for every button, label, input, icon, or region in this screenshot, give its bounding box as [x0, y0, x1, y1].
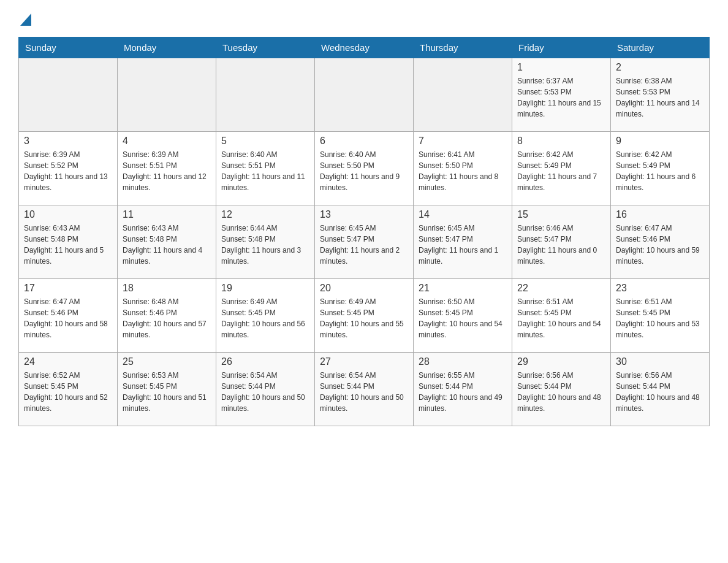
day-number: 28 — [419, 356, 507, 367]
day-info: Sunrise: 6:54 AMSunset: 5:44 PMDaylight:… — [221, 370, 309, 414]
calendar-cell: 5Sunrise: 6:40 AMSunset: 5:51 PMDaylight… — [216, 132, 315, 205]
day-info: Sunrise: 6:45 AMSunset: 5:47 PMDaylight:… — [320, 223, 408, 267]
day-info: Sunrise: 6:45 AMSunset: 5:47 PMDaylight:… — [419, 223, 507, 267]
day-number: 30 — [616, 356, 704, 367]
day-number: 7 — [419, 136, 507, 147]
calendar-cell: 4Sunrise: 6:39 AMSunset: 5:51 PMDaylight… — [118, 132, 216, 205]
calendar-cell: 30Sunrise: 6:56 AMSunset: 5:44 PMDayligh… — [611, 353, 710, 426]
day-info: Sunrise: 6:44 AMSunset: 5:48 PMDaylight:… — [221, 223, 309, 267]
day-info: Sunrise: 6:52 AMSunset: 5:45 PMDaylight:… — [24, 370, 112, 414]
header-saturday: Saturday — [611, 37, 710, 58]
calendar-cell: 11Sunrise: 6:43 AMSunset: 5:48 PMDayligh… — [118, 205, 216, 279]
day-number: 22 — [517, 283, 605, 294]
day-info: Sunrise: 6:43 AMSunset: 5:48 PMDaylight:… — [24, 223, 112, 267]
day-info: Sunrise: 6:42 AMSunset: 5:49 PMDaylight:… — [517, 149, 605, 193]
calendar-cell: 15Sunrise: 6:46 AMSunset: 5:47 PMDayligh… — [512, 205, 611, 279]
day-number: 5 — [221, 136, 309, 147]
calendar-cell: 16Sunrise: 6:47 AMSunset: 5:46 PMDayligh… — [611, 205, 710, 279]
day-info: Sunrise: 6:56 AMSunset: 5:44 PMDaylight:… — [616, 370, 704, 414]
calendar-cell — [19, 58, 118, 132]
header-friday: Friday — [512, 37, 611, 58]
day-number: 21 — [419, 283, 507, 294]
header-sunday: Sunday — [19, 37, 118, 58]
day-info: Sunrise: 6:56 AMSunset: 5:44 PMDaylight:… — [517, 370, 605, 414]
calendar-cell — [315, 58, 414, 132]
logo — [18, 12, 31, 25]
calendar-cell: 14Sunrise: 6:45 AMSunset: 5:47 PMDayligh… — [414, 205, 512, 279]
calendar-header-row: SundayMondayTuesdayWednesdayThursdayFrid… — [19, 37, 710, 58]
day-number: 11 — [123, 209, 211, 220]
calendar-cell: 21Sunrise: 6:50 AMSunset: 5:45 PMDayligh… — [414, 279, 512, 353]
day-number: 9 — [616, 136, 704, 147]
day-number: 10 — [24, 209, 112, 220]
calendar-cell: 8Sunrise: 6:42 AMSunset: 5:49 PMDaylight… — [512, 132, 611, 205]
day-info: Sunrise: 6:47 AMSunset: 5:46 PMDaylight:… — [616, 223, 704, 267]
calendar-cell: 24Sunrise: 6:52 AMSunset: 5:45 PMDayligh… — [19, 353, 118, 426]
day-number: 19 — [221, 283, 309, 294]
day-info: Sunrise: 6:43 AMSunset: 5:48 PMDaylight:… — [123, 223, 211, 267]
day-number: 17 — [24, 283, 112, 294]
day-info: Sunrise: 6:46 AMSunset: 5:47 PMDaylight:… — [517, 223, 605, 267]
calendar-cell: 19Sunrise: 6:49 AMSunset: 5:45 PMDayligh… — [216, 279, 315, 353]
calendar-cell: 23Sunrise: 6:51 AMSunset: 5:45 PMDayligh… — [611, 279, 710, 353]
calendar-cell: 17Sunrise: 6:47 AMSunset: 5:46 PMDayligh… — [19, 279, 118, 353]
calendar-cell: 10Sunrise: 6:43 AMSunset: 5:48 PMDayligh… — [19, 205, 118, 279]
calendar-cell: 27Sunrise: 6:54 AMSunset: 5:44 PMDayligh… — [315, 353, 414, 426]
day-number: 20 — [320, 283, 408, 294]
calendar-cell: 3Sunrise: 6:39 AMSunset: 5:52 PMDaylight… — [19, 132, 118, 205]
week-row-5: 24Sunrise: 6:52 AMSunset: 5:45 PMDayligh… — [19, 353, 710, 426]
logo-triangle-icon — [20, 13, 31, 26]
day-info: Sunrise: 6:50 AMSunset: 5:45 PMDaylight:… — [419, 296, 507, 340]
calendar-cell: 13Sunrise: 6:45 AMSunset: 5:47 PMDayligh… — [315, 205, 414, 279]
day-number: 6 — [320, 136, 408, 147]
header-wednesday: Wednesday — [315, 37, 414, 58]
day-info: Sunrise: 6:55 AMSunset: 5:44 PMDaylight:… — [419, 370, 507, 414]
day-info: Sunrise: 6:51 AMSunset: 5:45 PMDaylight:… — [517, 296, 605, 340]
calendar-cell: 9Sunrise: 6:42 AMSunset: 5:49 PMDaylight… — [611, 132, 710, 205]
day-number: 23 — [616, 283, 704, 294]
day-number: 29 — [517, 356, 605, 367]
week-row-1: 1Sunrise: 6:37 AMSunset: 5:53 PMDaylight… — [19, 58, 710, 132]
calendar-cell: 1Sunrise: 6:37 AMSunset: 5:53 PMDaylight… — [512, 58, 611, 132]
day-info: Sunrise: 6:38 AMSunset: 5:53 PMDaylight:… — [616, 75, 704, 120]
day-info: Sunrise: 6:41 AMSunset: 5:50 PMDaylight:… — [419, 149, 507, 193]
calendar-cell: 25Sunrise: 6:53 AMSunset: 5:45 PMDayligh… — [118, 353, 216, 426]
calendar-cell: 20Sunrise: 6:49 AMSunset: 5:45 PMDayligh… — [315, 279, 414, 353]
week-row-4: 17Sunrise: 6:47 AMSunset: 5:46 PMDayligh… — [19, 279, 710, 353]
calendar-cell: 7Sunrise: 6:41 AMSunset: 5:50 PMDaylight… — [414, 132, 512, 205]
day-number: 4 — [123, 136, 211, 147]
calendar-cell: 18Sunrise: 6:48 AMSunset: 5:46 PMDayligh… — [118, 279, 216, 353]
calendar-cell: 28Sunrise: 6:55 AMSunset: 5:44 PMDayligh… — [414, 353, 512, 426]
calendar-cell: 26Sunrise: 6:54 AMSunset: 5:44 PMDayligh… — [216, 353, 315, 426]
day-number: 13 — [320, 209, 408, 220]
day-number: 2 — [616, 62, 704, 73]
day-info: Sunrise: 6:53 AMSunset: 5:45 PMDaylight:… — [123, 370, 211, 414]
day-info: Sunrise: 6:49 AMSunset: 5:45 PMDaylight:… — [320, 296, 408, 340]
calendar-cell: 22Sunrise: 6:51 AMSunset: 5:45 PMDayligh… — [512, 279, 611, 353]
day-info: Sunrise: 6:40 AMSunset: 5:51 PMDaylight:… — [221, 149, 309, 193]
calendar-table: SundayMondayTuesdayWednesdayThursdayFrid… — [18, 37, 710, 426]
day-number: 14 — [419, 209, 507, 220]
day-info: Sunrise: 6:40 AMSunset: 5:50 PMDaylight:… — [320, 149, 408, 193]
header-thursday: Thursday — [414, 37, 512, 58]
day-number: 8 — [517, 136, 605, 147]
day-info: Sunrise: 6:48 AMSunset: 5:46 PMDaylight:… — [123, 296, 211, 340]
day-number: 26 — [221, 356, 309, 367]
day-info: Sunrise: 6:49 AMSunset: 5:45 PMDaylight:… — [221, 296, 309, 340]
day-number: 27 — [320, 356, 408, 367]
day-number: 3 — [24, 136, 112, 147]
header-tuesday: Tuesday — [216, 37, 315, 58]
day-info: Sunrise: 6:47 AMSunset: 5:46 PMDaylight:… — [24, 296, 112, 340]
day-number: 1 — [517, 62, 605, 73]
calendar-cell — [414, 58, 512, 132]
calendar-cell — [118, 58, 216, 132]
svg-marker-0 — [20, 13, 31, 26]
day-info: Sunrise: 6:42 AMSunset: 5:49 PMDaylight:… — [616, 149, 704, 193]
day-info: Sunrise: 6:37 AMSunset: 5:53 PMDaylight:… — [517, 75, 605, 120]
calendar-cell: 12Sunrise: 6:44 AMSunset: 5:48 PMDayligh… — [216, 205, 315, 279]
day-info: Sunrise: 6:39 AMSunset: 5:52 PMDaylight:… — [24, 149, 112, 193]
day-info: Sunrise: 6:54 AMSunset: 5:44 PMDaylight:… — [320, 370, 408, 414]
calendar-cell: 2Sunrise: 6:38 AMSunset: 5:53 PMDaylight… — [611, 58, 710, 132]
header-monday: Monday — [118, 37, 216, 58]
week-row-3: 10Sunrise: 6:43 AMSunset: 5:48 PMDayligh… — [19, 205, 710, 279]
